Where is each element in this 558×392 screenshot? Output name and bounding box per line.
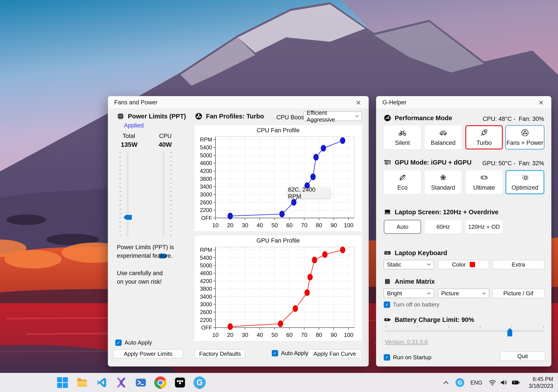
battery-slider-thumb[interactable] (507, 328, 512, 336)
clock[interactable]: 6:45 PM 3/18/2023 (529, 376, 553, 389)
cpu-temp-fan-status: CPU: 48°C - Fan: 30% (483, 116, 544, 122)
fans-window-titlebar[interactable]: Fans and Power (108, 96, 368, 109)
optimized-mode-button[interactable]: Optimized (506, 170, 544, 194)
total-power-slider[interactable] (123, 151, 132, 236)
fans-auto-apply-checkbox[interactable]: ✓ Auto Apply (272, 350, 308, 357)
tidal-icon (174, 377, 186, 388)
svg-text:70: 70 (301, 332, 307, 338)
svg-text:30: 30 (242, 332, 248, 338)
chevron-down-icon (427, 292, 431, 294)
cpu-fan-chart-panel: OFF220026003000340038004200460050005400R… (194, 125, 362, 231)
power-auto-apply-checkbox[interactable]: ✓ Auto Apply (115, 339, 152, 346)
svg-text:30: 30 (242, 222, 248, 228)
purple-x-app-icon (116, 377, 127, 388)
powershell-icon (135, 377, 147, 388)
svg-text:100: 100 (344, 222, 353, 228)
battery-indicator[interactable] (510, 375, 522, 390)
screen-120hz-od-button[interactable]: 120Hz + OD (465, 220, 503, 234)
ultimate-mode-button[interactable]: Ultimate (465, 170, 503, 194)
matrix-battery-checkbox[interactable]: ✓ Turn off on battery (384, 301, 439, 308)
matrix-brightness-select[interactable]: Bright (384, 289, 434, 298)
color-swatch (470, 262, 475, 267)
cpu-boost-select[interactable]: Efficient Aggressive (303, 111, 362, 121)
tray-chevron-button[interactable] (441, 375, 451, 390)
window-title: G-Helper (383, 99, 407, 106)
quit-button[interactable]: Quit (500, 351, 545, 361)
svg-text:RPM: RPM (200, 136, 212, 143)
svg-text:2200: 2200 (200, 317, 212, 323)
screen-icon (384, 208, 391, 216)
start-button[interactable] (55, 375, 70, 390)
ppt-warning-2: Use carefully and on your own risk! (117, 269, 183, 286)
gpu-fan-chart-panel: OFF220026003000340038004200460050005400R… (194, 235, 362, 341)
cpu-power-slider[interactable] (159, 151, 168, 236)
gpu-fan-chart[interactable]: OFF220026003000340038004200460050005400R… (194, 235, 362, 341)
ghelper-window: G-Helper Performance Mode CPU: 48°C - Fa… (376, 96, 551, 367)
svg-text:70: 70 (301, 222, 307, 228)
eco-mode-button[interactable]: Eco (384, 170, 421, 194)
vscode-button[interactable] (95, 375, 109, 390)
fan-icon (521, 129, 529, 137)
total-slider-thumb[interactable] (123, 215, 132, 220)
running-indicator (159, 388, 162, 389)
apply-power-limits-button[interactable]: Apply Power Limits (113, 349, 183, 358)
svg-text:5000: 5000 (200, 152, 212, 158)
ghelper-tray-button[interactable]: G (454, 375, 466, 390)
ghelper-icon: G (455, 378, 464, 387)
file-explorer-button[interactable] (75, 375, 89, 390)
keyboard-color-button[interactable]: Color (438, 260, 489, 269)
svg-text:3000: 3000 (200, 191, 212, 198)
svg-text:3800: 3800 (200, 176, 212, 182)
cpu-fan-chart[interactable]: OFF220026003000340038004200460050005400R… (194, 125, 362, 231)
svg-text:40: 40 (257, 222, 263, 228)
slider-track[interactable] (127, 151, 129, 236)
ghelper-titlebar[interactable]: G-Helper (376, 96, 551, 109)
rocket-icon (480, 129, 488, 137)
battery-limit-slider[interactable] (385, 326, 544, 337)
factory-defaults-button[interactable]: Factory Defaults (195, 349, 245, 358)
speaker-icon (500, 379, 508, 386)
version-link[interactable]: Version: 0.31.0.0 (385, 339, 428, 345)
svg-text:80: 80 (316, 332, 322, 338)
ghelper-taskbar-button[interactable]: G (192, 375, 207, 390)
battery-limit-heading: Battery Charge Limit: 90% (384, 316, 474, 324)
volume-indicator[interactable] (498, 375, 510, 390)
svg-text:40: 40 (257, 332, 263, 338)
bicycle-icon (398, 129, 407, 137)
keyboard-mode-select[interactable]: Static (384, 260, 434, 269)
screen-auto-button[interactable]: Auto (384, 220, 421, 234)
turbo-mode-button[interactable]: Turbo (465, 125, 503, 150)
silent-mode-button[interactable]: Silent (384, 125, 421, 150)
apply-fan-curve-button[interactable]: Apply Fan Curve (308, 349, 362, 358)
slider-track[interactable] (385, 330, 544, 332)
screen-60hz-button[interactable]: 60Hz (424, 220, 462, 234)
keyboard-extra-button[interactable]: Extra (492, 260, 544, 269)
chrome-button[interactable] (153, 375, 167, 390)
chevron-down-icon (482, 292, 486, 294)
close-icon[interactable] (351, 98, 366, 107)
performance-mode-heading: Performance Mode (384, 114, 452, 122)
svg-text:4600: 4600 (200, 270, 212, 276)
run-on-startup-checkbox[interactable]: ✓ Run on Startup (384, 354, 431, 361)
wifi-indicator[interactable] (487, 375, 498, 390)
dev-app-button[interactable] (114, 375, 128, 390)
slider-track[interactable] (163, 151, 164, 236)
matrix-picture-gif-button[interactable]: Picture / Gif (492, 289, 544, 298)
balanced-mode-button[interactable]: Balanced (424, 125, 462, 150)
svg-text:2600: 2600 (200, 309, 212, 315)
chevron-down-icon (355, 115, 359, 117)
matrix-mode-select[interactable]: Picture (438, 289, 489, 298)
close-icon[interactable] (534, 98, 548, 107)
fans-power-mode-button[interactable]: Fans + Power (506, 125, 544, 150)
tidal-button[interactable] (173, 375, 187, 390)
svg-text:4600: 4600 (200, 160, 212, 166)
powershell-button[interactable] (134, 375, 148, 390)
slider-ticks (119, 152, 121, 235)
svg-text:3400: 3400 (200, 293, 212, 300)
standard-mode-button[interactable]: Standard (424, 170, 462, 194)
slider-ticks (386, 326, 543, 328)
vscode-icon (96, 377, 107, 388)
chip-icon (117, 112, 124, 120)
fan-profiles-heading: Fan Profiles: Turbo (195, 112, 264, 120)
language-indicator[interactable]: ENG (469, 375, 484, 390)
